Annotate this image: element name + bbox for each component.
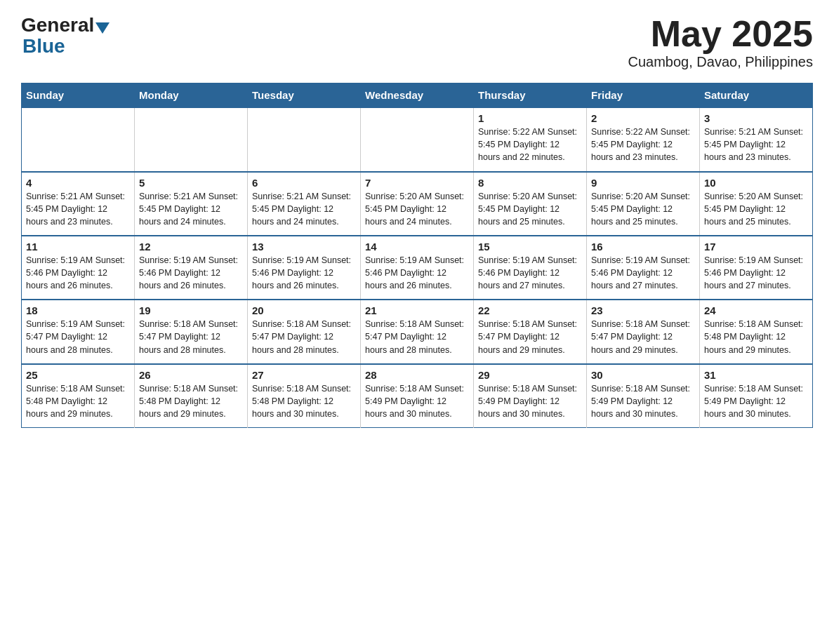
calendar-cell: 30Sunrise: 5:18 AM Sunset: 5:49 PM Dayli…: [587, 364, 700, 428]
day-info: Sunrise: 5:20 AM Sunset: 5:45 PM Dayligh…: [704, 190, 808, 228]
day-info: Sunrise: 5:21 AM Sunset: 5:45 PM Dayligh…: [139, 190, 243, 228]
day-info: Sunrise: 5:20 AM Sunset: 5:45 PM Dayligh…: [591, 190, 695, 228]
day-number: 28: [365, 369, 469, 381]
day-info: Sunrise: 5:20 AM Sunset: 5:45 PM Dayligh…: [478, 190, 582, 228]
calendar-cell: 16Sunrise: 5:19 AM Sunset: 5:46 PM Dayli…: [587, 236, 700, 300]
day-number: 27: [252, 369, 356, 381]
col-header-friday: Friday: [587, 83, 700, 108]
title-block: May 2025 Cuambog, Davao, Philippines: [628, 14, 814, 70]
col-header-saturday: Saturday: [700, 83, 813, 108]
calendar-cell: 19Sunrise: 5:18 AM Sunset: 5:47 PM Dayli…: [135, 300, 248, 363]
day-info: Sunrise: 5:19 AM Sunset: 5:46 PM Dayligh…: [591, 254, 695, 292]
calendar-title: May 2025: [628, 14, 814, 54]
day-number: 9: [591, 177, 695, 189]
calendar-cell: 14Sunrise: 5:19 AM Sunset: 5:46 PM Dayli…: [361, 236, 474, 300]
day-info: Sunrise: 5:21 AM Sunset: 5:45 PM Dayligh…: [252, 190, 356, 228]
calendar-cell: [135, 107, 248, 171]
calendar-cell: 25Sunrise: 5:18 AM Sunset: 5:48 PM Dayli…: [22, 364, 135, 428]
day-info: Sunrise: 5:18 AM Sunset: 5:47 PM Dayligh…: [139, 318, 243, 356]
day-info: Sunrise: 5:18 AM Sunset: 5:47 PM Dayligh…: [591, 318, 695, 356]
day-number: 4: [26, 177, 130, 189]
col-header-sunday: Sunday: [22, 83, 135, 108]
calendar-cell: 28Sunrise: 5:18 AM Sunset: 5:49 PM Dayli…: [361, 364, 474, 428]
day-number: 23: [591, 304, 695, 316]
day-number: 10: [704, 177, 808, 189]
calendar-cell: 17Sunrise: 5:19 AM Sunset: 5:46 PM Dayli…: [700, 236, 813, 300]
day-number: 20: [252, 304, 356, 316]
calendar-cell: 9Sunrise: 5:20 AM Sunset: 5:45 PM Daylig…: [587, 172, 700, 236]
calendar-cell: 2Sunrise: 5:22 AM Sunset: 5:45 PM Daylig…: [587, 107, 700, 171]
day-number: 24: [704, 304, 808, 316]
calendar-table: SundayMondayTuesdayWednesdayThursdayFrid…: [21, 83, 813, 428]
day-info: Sunrise: 5:18 AM Sunset: 5:48 PM Dayligh…: [139, 382, 243, 420]
day-info: Sunrise: 5:19 AM Sunset: 5:46 PM Dayligh…: [365, 254, 469, 292]
day-number: 15: [478, 241, 582, 253]
calendar-cell: 6Sunrise: 5:21 AM Sunset: 5:45 PM Daylig…: [248, 172, 361, 236]
day-info: Sunrise: 5:21 AM Sunset: 5:45 PM Dayligh…: [704, 126, 808, 163]
calendar-week-row: 25Sunrise: 5:18 AM Sunset: 5:48 PM Dayli…: [22, 364, 813, 428]
day-info: Sunrise: 5:18 AM Sunset: 5:48 PM Dayligh…: [26, 382, 130, 420]
calendar-cell: 5Sunrise: 5:21 AM Sunset: 5:45 PM Daylig…: [135, 172, 248, 236]
calendar-week-row: 4Sunrise: 5:21 AM Sunset: 5:45 PM Daylig…: [22, 172, 813, 236]
calendar-cell: 15Sunrise: 5:19 AM Sunset: 5:46 PM Dayli…: [474, 236, 587, 300]
calendar-cell: 7Sunrise: 5:20 AM Sunset: 5:45 PM Daylig…: [361, 172, 474, 236]
day-number: 3: [704, 112, 808, 124]
calendar-cell: 22Sunrise: 5:18 AM Sunset: 5:47 PM Dayli…: [474, 300, 587, 363]
day-number: 31: [704, 369, 808, 381]
logo-general-text: General: [21, 14, 94, 36]
day-info: Sunrise: 5:19 AM Sunset: 5:46 PM Dayligh…: [26, 254, 130, 292]
calendar-cell: 21Sunrise: 5:18 AM Sunset: 5:47 PM Dayli…: [361, 300, 474, 363]
calendar-week-row: 18Sunrise: 5:19 AM Sunset: 5:47 PM Dayli…: [22, 300, 813, 363]
calendar-cell: [361, 107, 474, 171]
day-number: 6: [252, 177, 356, 189]
calendar-cell: 27Sunrise: 5:18 AM Sunset: 5:48 PM Dayli…: [248, 364, 361, 428]
day-info: Sunrise: 5:18 AM Sunset: 5:49 PM Dayligh…: [704, 382, 808, 420]
col-header-tuesday: Tuesday: [248, 83, 361, 108]
page-header: General Blue May 2025 Cuambog, Davao, Ph…: [21, 14, 813, 70]
day-number: 19: [139, 304, 243, 316]
calendar-subtitle: Cuambog, Davao, Philippines: [628, 54, 814, 70]
day-number: 8: [478, 177, 582, 189]
calendar-cell: 8Sunrise: 5:20 AM Sunset: 5:45 PM Daylig…: [474, 172, 587, 236]
logo-blue-text: Blue: [22, 35, 65, 58]
logo-triangle-icon: [95, 22, 110, 34]
day-info: Sunrise: 5:18 AM Sunset: 5:47 PM Dayligh…: [365, 318, 469, 356]
day-number: 12: [139, 241, 243, 253]
day-number: 21: [365, 304, 469, 316]
day-info: Sunrise: 5:19 AM Sunset: 5:46 PM Dayligh…: [478, 254, 582, 292]
calendar-header-row: SundayMondayTuesdayWednesdayThursdayFrid…: [22, 83, 813, 108]
day-info: Sunrise: 5:21 AM Sunset: 5:45 PM Dayligh…: [26, 190, 130, 228]
day-info: Sunrise: 5:22 AM Sunset: 5:45 PM Dayligh…: [478, 126, 582, 163]
calendar-cell: 12Sunrise: 5:19 AM Sunset: 5:46 PM Dayli…: [135, 236, 248, 300]
day-number: 25: [26, 369, 130, 381]
calendar-cell: 4Sunrise: 5:21 AM Sunset: 5:45 PM Daylig…: [22, 172, 135, 236]
day-info: Sunrise: 5:18 AM Sunset: 5:48 PM Dayligh…: [252, 382, 356, 420]
day-number: 16: [591, 241, 695, 253]
day-number: 7: [365, 177, 469, 189]
day-number: 30: [591, 369, 695, 381]
calendar-cell: 1Sunrise: 5:22 AM Sunset: 5:45 PM Daylig…: [474, 107, 587, 171]
col-header-monday: Monday: [135, 83, 248, 108]
day-number: 13: [252, 241, 356, 253]
day-info: Sunrise: 5:20 AM Sunset: 5:45 PM Dayligh…: [365, 190, 469, 228]
col-header-wednesday: Wednesday: [361, 83, 474, 108]
day-info: Sunrise: 5:18 AM Sunset: 5:49 PM Dayligh…: [478, 382, 582, 420]
calendar-week-row: 11Sunrise: 5:19 AM Sunset: 5:46 PM Dayli…: [22, 236, 813, 300]
day-number: 11: [26, 241, 130, 253]
logo: General Blue: [21, 14, 111, 58]
day-info: Sunrise: 5:18 AM Sunset: 5:48 PM Dayligh…: [704, 318, 808, 356]
calendar-cell: 31Sunrise: 5:18 AM Sunset: 5:49 PM Dayli…: [700, 364, 813, 428]
calendar-cell: 13Sunrise: 5:19 AM Sunset: 5:46 PM Dayli…: [248, 236, 361, 300]
day-info: Sunrise: 5:19 AM Sunset: 5:46 PM Dayligh…: [704, 254, 808, 292]
day-number: 17: [704, 241, 808, 253]
day-info: Sunrise: 5:18 AM Sunset: 5:49 PM Dayligh…: [591, 382, 695, 420]
calendar-week-row: 1Sunrise: 5:22 AM Sunset: 5:45 PM Daylig…: [22, 107, 813, 171]
calendar-cell: 10Sunrise: 5:20 AM Sunset: 5:45 PM Dayli…: [700, 172, 813, 236]
calendar-cell: 29Sunrise: 5:18 AM Sunset: 5:49 PM Dayli…: [474, 364, 587, 428]
day-number: 1: [478, 112, 582, 124]
day-number: 22: [478, 304, 582, 316]
calendar-cell: 18Sunrise: 5:19 AM Sunset: 5:47 PM Dayli…: [22, 300, 135, 363]
calendar-cell: 11Sunrise: 5:19 AM Sunset: 5:46 PM Dayli…: [22, 236, 135, 300]
day-info: Sunrise: 5:19 AM Sunset: 5:46 PM Dayligh…: [252, 254, 356, 292]
day-info: Sunrise: 5:18 AM Sunset: 5:47 PM Dayligh…: [478, 318, 582, 356]
